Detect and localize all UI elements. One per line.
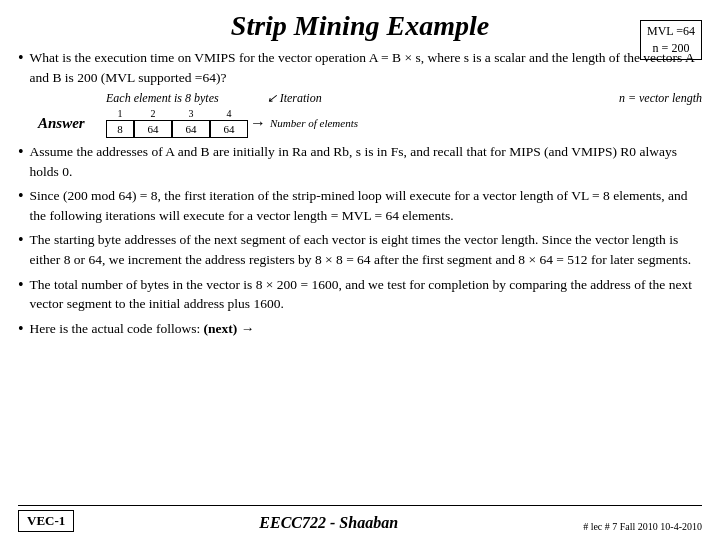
each-element-label: Each element is 8 bytes (106, 91, 219, 106)
segment-4: 4 64 (210, 108, 248, 138)
seg-num-2: 2 (151, 108, 156, 119)
diagram-section: Each element is 8 bytes ↙ Iteration n = … (38, 91, 702, 138)
bullet-dot-4: • (18, 231, 24, 249)
bullet-2-text: Assume the addresses of A and B are init… (30, 142, 702, 181)
bullet-5-row: • The total number of bytes in the vecto… (18, 275, 702, 314)
page-title: Strip Mining Example (18, 10, 702, 42)
n-vector-label: n = vector length (619, 91, 702, 106)
answer-label: Answer (38, 115, 98, 132)
segment-3: 3 64 (172, 108, 210, 138)
bullet-4-text: The starting byte addresses of the next … (30, 230, 702, 269)
mvl-line1: MVL =64 (647, 24, 695, 38)
segment-1: 1 8 (106, 108, 134, 138)
seg-num-4: 4 (227, 108, 232, 119)
seg-num-1: 1 (118, 108, 123, 119)
mvl-line2: n = 200 (653, 41, 690, 55)
bullet-dot-6: • (18, 320, 24, 338)
eecc-title: EECC722 - Shaaban (74, 514, 583, 532)
bullet-1-text: What is the execution time on VMIPS for … (30, 48, 702, 87)
bullet-dot-2: • (18, 143, 24, 161)
iteration-label: ↙ Iteration (267, 91, 322, 106)
seg-box-2: 64 (134, 120, 172, 138)
segment-2: 2 64 (134, 108, 172, 138)
boxes-arrow: → (250, 114, 266, 132)
footer: VEC-1 EECC722 - Shaaban # lec # 7 Fall 2… (18, 505, 702, 532)
num-elements-label: Number of elements (270, 117, 358, 129)
footer-right: # lec # 7 Fall 2010 10-4-2010 (583, 521, 702, 532)
bullet-4-row: • The starting byte addresses of the nex… (18, 230, 702, 269)
bullet-2-row: • Assume the addresses of A and B are in… (18, 142, 702, 181)
seg-box-4: 64 (210, 120, 248, 138)
vec-badge: VEC-1 (18, 510, 74, 532)
mvl-box: MVL =64 n = 200 (640, 20, 702, 60)
content: • What is the execution time on VMIPS fo… (18, 48, 702, 505)
bullet-1-row: • What is the execution time on VMIPS fo… (18, 48, 702, 87)
bullet-6-row: • Here is the actual code follows: (next… (18, 319, 702, 339)
bullet-5-text: The total number of bytes in the vector … (30, 275, 702, 314)
answer-row: Answer 1 8 2 64 3 64 (38, 108, 702, 138)
bullet-3-row: • Since (200 mod 64) = 8, the first iter… (18, 186, 702, 225)
bullet-dot-1: • (18, 49, 24, 67)
page: Strip Mining Example MVL =64 n = 200 • W… (0, 0, 720, 540)
seg-box-3: 64 (172, 120, 210, 138)
seg-num-3: 3 (189, 108, 194, 119)
bullet-3-text: Since (200 mod 64) = 8, the first iterat… (30, 186, 702, 225)
header: Strip Mining Example MVL =64 n = 200 (18, 10, 702, 42)
next-bold: (next) (204, 321, 238, 336)
bullet-dot-3: • (18, 187, 24, 205)
seg-box-1: 8 (106, 120, 134, 138)
boxes-container: 1 8 2 64 3 64 4 6 (106, 108, 358, 138)
bullets-main: • Assume the addresses of A and B are in… (18, 142, 702, 340)
bullet-dot-5: • (18, 276, 24, 294)
bullet-6-text: Here is the actual code follows: (next) … (30, 319, 255, 339)
